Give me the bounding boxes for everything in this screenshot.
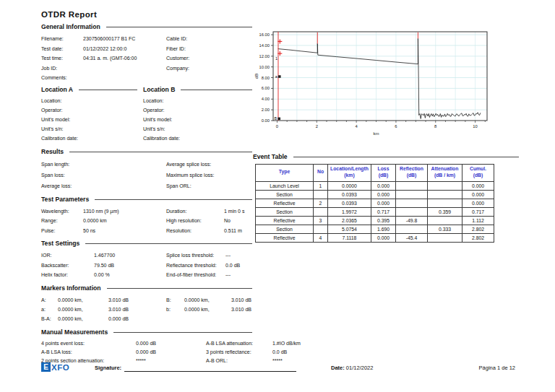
field-value: 1.#IO dB/km <box>272 339 301 348</box>
svg-text:4.00: 4.00 <box>262 97 270 101</box>
field-row: Test time: 04:31 a. m. (GMT-06:00 Custom… <box>41 53 252 64</box>
cell-attenuation: 0.359 <box>428 207 462 216</box>
event-table-column-header: Attenuation (dB / km) <box>428 165 462 182</box>
svg-text:B: B <box>275 116 278 121</box>
field-value: 0.0000 km <box>83 216 166 226</box>
event-table-column-header: Reflection (dB) <box>396 165 428 182</box>
field-label: Calibration date: <box>41 134 137 144</box>
section-markers-information: Markers Information <box>41 284 252 292</box>
section-manual-measurements: Manual Measurements <box>41 328 252 336</box>
section-heading: Results <box>41 148 64 155</box>
field-row: Backscatter: 79.50 dB Reflectance thresh… <box>41 261 252 271</box>
field-value: 0.000 dB <box>136 348 206 357</box>
field-label: Comments: <box>41 73 83 83</box>
field-value <box>83 64 166 74</box>
left-column: OTDR Report General Information Filename… <box>41 10 252 366</box>
svg-text:12.00: 12.00 <box>259 54 270 58</box>
cell-type: Launch Level <box>256 181 314 190</box>
cell-no <box>314 225 328 233</box>
field-value: No <box>224 216 252 226</box>
cell-reflection <box>396 225 428 233</box>
exfo-logo-xfo: XFO <box>51 363 69 372</box>
svg-text:10: 10 <box>473 124 477 129</box>
field-label: IOR: <box>41 251 94 261</box>
cell-no: 2 <box>314 199 328 207</box>
cell-cumul: 0.000 <box>462 181 494 190</box>
cell-location: 7.1118 <box>328 233 371 242</box>
cell-type: Section <box>256 207 314 216</box>
marker-letter <box>166 314 184 323</box>
field-row: Span loss: Maximum splice loss: <box>41 170 252 180</box>
field-label: Unit's s/n: <box>143 125 252 134</box>
locations: Location A Location:Operator:Unit's mode… <box>41 83 252 144</box>
field-label: Calibration date: <box>143 134 252 144</box>
cell-no: 3 <box>314 216 328 225</box>
field-value <box>83 73 166 83</box>
marker-letter: a: <box>41 305 58 314</box>
section-heading: Event Table <box>253 153 288 160</box>
field-row: Comments: <box>41 73 252 83</box>
field-label: Filename: <box>41 34 83 44</box>
cell-no <box>314 190 328 199</box>
page-title: OTDR Report <box>41 10 252 19</box>
cell-cumul: 0.000 <box>462 190 494 199</box>
cell-no <box>314 207 328 216</box>
marker-letter: A: <box>41 295 58 305</box>
marker-db: 0.000 dB <box>108 314 166 323</box>
cell-loss: 0.000 <box>371 233 396 242</box>
field-row: IOR: 1.467700 Splice loss threshold: --- <box>41 251 252 261</box>
field-row: Job ID: Company: <box>41 64 252 74</box>
field-label: Helix factor: <box>41 270 94 280</box>
svg-text:6.00: 6.00 <box>262 86 270 90</box>
field-row: Span length: Average splice loss: <box>41 159 252 170</box>
section-heading: General Information <box>41 23 100 30</box>
field-value: 0.00 % <box>94 270 166 280</box>
event-table-header-row: Type No Location/Length (km) <box>256 165 494 182</box>
cell-attenuation <box>428 216 462 225</box>
heading-rule <box>106 27 252 27</box>
svg-text:4: 4 <box>355 124 358 129</box>
cell-type: Section <box>256 225 314 233</box>
marker-km: 0.0000 km, <box>58 305 108 314</box>
event-table-row: Launch Level 1 0.0000 0.000 0.000 <box>256 181 494 190</box>
heading-rule <box>95 199 252 200</box>
event-table-column-header: Loss (dB) <box>371 165 396 182</box>
field-row: Pulse: 50 ns Resolution: 0.511 m <box>41 226 252 236</box>
cell-type: Reflective <box>256 233 314 242</box>
marker-row: A: 0.0000 km, 3.010 dB B: 0.0000 km, 3.0… <box>41 295 252 305</box>
field-label: 4 points event loss: <box>41 339 136 348</box>
svg-text:km: km <box>374 131 379 136</box>
cell-location: 2.0365 <box>328 216 371 225</box>
event-table-row: Section 1.9972 0.717 0.359 0.717 <box>256 207 494 216</box>
marker-letter: B: <box>166 295 184 305</box>
field-label: Cable ID: <box>166 34 224 44</box>
cell-attenuation: 0.333 <box>428 225 462 233</box>
field-value <box>224 64 252 74</box>
event-table-column-header: Location/Length (km) <box>328 165 371 182</box>
heading-rule <box>79 90 137 90</box>
cell-loss: 0.717 <box>371 207 396 216</box>
event-table-column-header: Cumul. (dB) <box>462 165 494 182</box>
field-label: Test time: <box>41 53 83 64</box>
svg-text:2: 2 <box>316 124 318 129</box>
field-value <box>224 34 252 44</box>
svg-text:6: 6 <box>395 124 397 129</box>
field-label: Resolution: <box>166 226 224 236</box>
heading-rule <box>293 157 519 157</box>
field-row: Test date: 01/12/2022 12:00:0 Fiber ID: <box>41 44 252 54</box>
cell-cumul: 0.717 <box>462 207 494 216</box>
field-row: Filename: 2307506000177 B1 FC Cable ID: <box>41 34 252 44</box>
event-table-row: Reflective 2 0.0393 0.000 0.000 <box>256 199 494 207</box>
cell-loss: 0.395 <box>371 216 396 225</box>
event-table-row: Section 5.0754 1.690 0.333 2.802 <box>256 225 494 233</box>
cell-location: 0.0000 <box>328 181 371 190</box>
cell-location: 5.0754 <box>328 225 371 233</box>
field-label: 3 points reflectance: <box>206 348 272 357</box>
field-label: Job ID: <box>41 64 83 74</box>
page-footer: E XFO Signature: Date: 01/12/2022 Página… <box>0 360 555 383</box>
field-label <box>166 73 224 83</box>
marker-km: 0.0000 km, <box>58 295 108 305</box>
field-label: Splice loss threshold: <box>166 251 225 261</box>
cell-loss: 1.690 <box>371 225 396 233</box>
cell-attenuation <box>428 233 462 242</box>
